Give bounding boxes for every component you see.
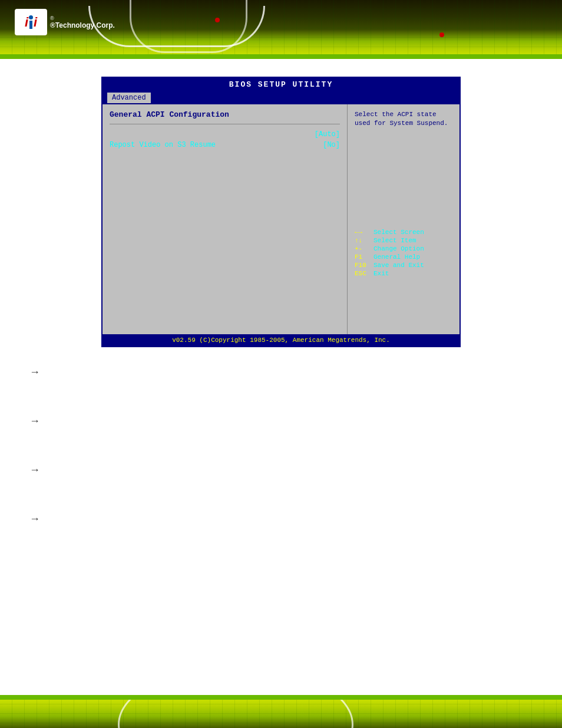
bios-title: BIOS SETUP UTILITY [229, 80, 333, 89]
red-dot-1 [215, 18, 220, 22]
shortcut-key-f1: F1 [355, 253, 371, 261]
suspend-label: Suspend mode [110, 130, 160, 139]
header-bar: i i ® ®Technology Corp. [0, 0, 562, 59]
logo-container: i i ® ®Technology Corp. [15, 9, 115, 35]
logo-box: i i [15, 9, 47, 35]
shortcut-general-help: F1 General Help [355, 253, 452, 261]
shortcut-select-item: ↑↓ Select Item [355, 237, 452, 244]
bios-window: BIOS SETUP UTILITY Advanced General ACPI… [101, 77, 461, 347]
bios-title-bar: BIOS SETUP UTILITY [103, 78, 459, 91]
bios-footer: v02.59 (C)Copyright 1985-2005, American … [103, 334, 459, 346]
red-dot-2 [439, 32, 444, 37]
bios-divider [110, 124, 340, 124]
top-spacer [0, 59, 562, 77]
footer-bar: iEi [0, 695, 562, 728]
shortcut-change-option: +- Change Option [355, 245, 452, 252]
shortcut-select-screen: ←→ Select Screen [355, 229, 452, 236]
arrow-bullet-2: → [29, 415, 40, 427]
bios-shortcuts: ←→ Select Screen ↑↓ Select Item +- Chang… [355, 229, 452, 277]
arrow-bullet-1: → [29, 366, 40, 378]
footer-arc-decoration [118, 695, 353, 728]
shortcut-desc-select-screen: Select Screen [373, 229, 424, 236]
suspend-value: [Auto] [315, 130, 340, 139]
shortcut-key-updown: ↑↓ [355, 237, 371, 244]
shortcut-save-exit: F10 Save and Exit [355, 262, 452, 269]
shortcut-desc-change-option: Change Option [373, 245, 424, 252]
bios-row-suspend[interactable]: Suspend mode [Auto] [110, 130, 340, 139]
logo-text: ® ®Technology Corp. [50, 15, 115, 29]
shortcut-desc-save-exit: Save and Exit [373, 262, 424, 269]
bios-row-repost[interactable]: Repost Video on S3 Resume [No] [110, 141, 340, 149]
repost-value: [No] [323, 141, 340, 149]
white-body: → → → → [0, 353, 562, 695]
bios-footer-text: v02.59 (C)Copyright 1985-2005, American … [172, 337, 390, 344]
bios-right-panel: Select the ACPI state used for System Su… [348, 104, 459, 334]
bios-menu-advanced[interactable]: Advanced [107, 93, 151, 103]
bios-section-title: General ACPI Configuration [110, 110, 340, 119]
shortcut-key-arrows: ←→ [355, 229, 371, 236]
arrow-bullet-4: → [29, 513, 40, 525]
shortcut-esc: ESC Exit [355, 270, 452, 277]
bios-menu-bar: Advanced [103, 91, 459, 104]
shortcut-desc-select-item: Select Item [373, 237, 416, 244]
logo-subtitle: ®Technology Corp. [50, 21, 115, 29]
shortcut-key-f10: F10 [355, 262, 371, 269]
shortcut-desc-general-help: General Help [373, 253, 420, 261]
bios-left-panel: General ACPI Configuration Suspend mode … [103, 104, 348, 334]
shortcut-desc-esc: Exit [373, 270, 389, 277]
arrow-item-4: → [29, 512, 533, 525]
bios-help-text: Select the ACPI state used for System Su… [355, 110, 452, 129]
shortcut-key-plusminus: +- [355, 245, 371, 252]
logo-registered: ® [50, 15, 115, 21]
repost-label: Repost Video on S3 Resume [110, 141, 216, 149]
header-curve2-decoration [130, 0, 247, 53]
arrow-item-2: → [29, 414, 533, 427]
right-panel-spacer [355, 140, 452, 229]
bios-container: BIOS SETUP UTILITY Advanced General ACPI… [0, 77, 562, 353]
arrow-item-1: → [29, 365, 533, 378]
bios-body: General ACPI Configuration Suspend mode … [103, 104, 459, 334]
arrow-item-3: → [29, 463, 533, 476]
shortcut-key-esc: ESC [355, 270, 371, 277]
arrow-bullet-3: → [29, 464, 40, 476]
